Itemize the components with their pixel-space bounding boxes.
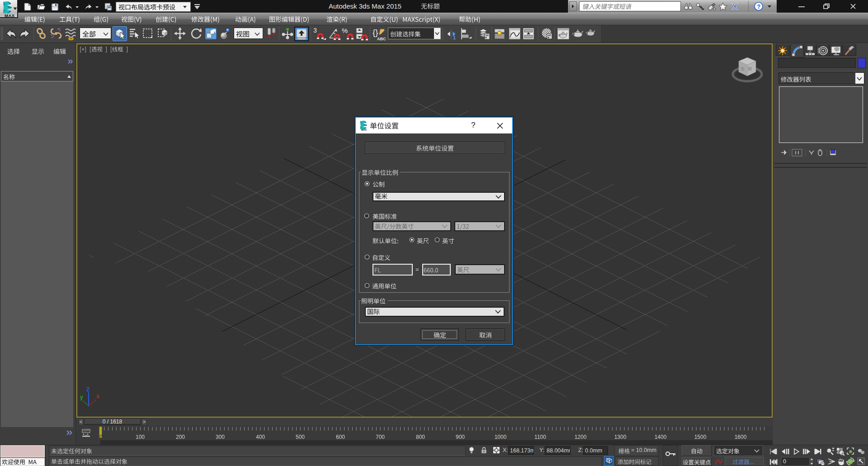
svg-text:1100: 1100 xyxy=(534,434,546,440)
svg-text:1: 1 xyxy=(453,35,456,40)
svg-text:800: 800 xyxy=(416,434,425,440)
svg-text:y: y xyxy=(80,394,83,400)
svg-text:500: 500 xyxy=(296,434,305,440)
svg-text:300: 300 xyxy=(216,434,225,440)
svg-text:1400: 1400 xyxy=(655,434,667,440)
svg-text:1200: 1200 xyxy=(575,434,587,440)
svg-text:Z: Z xyxy=(86,387,90,393)
svg-text:x: x xyxy=(96,393,99,399)
svg-text:900: 900 xyxy=(456,434,465,440)
svg-text:1500: 1500 xyxy=(694,434,707,440)
svg-text:{}: {} xyxy=(373,28,378,37)
svg-text:1600: 1600 xyxy=(735,434,747,440)
svg-text:700: 700 xyxy=(376,434,385,440)
svg-text:ABC: ABC xyxy=(377,37,386,41)
svg-text:%: % xyxy=(342,27,348,34)
svg-text:1000: 1000 xyxy=(495,434,507,440)
svg-text:0: 0 xyxy=(99,434,103,440)
svg-text:400: 400 xyxy=(256,434,265,440)
svg-text:3: 3 xyxy=(313,27,317,34)
svg-text:X: X xyxy=(732,2,738,11)
svg-text:600: 600 xyxy=(336,434,345,440)
svg-text:1300: 1300 xyxy=(614,434,627,440)
svg-text:100: 100 xyxy=(136,434,145,440)
svg-text:MAX: MAX xyxy=(361,128,367,131)
svg-text:200: 200 xyxy=(176,434,185,440)
svg-text:?: ? xyxy=(757,3,760,10)
